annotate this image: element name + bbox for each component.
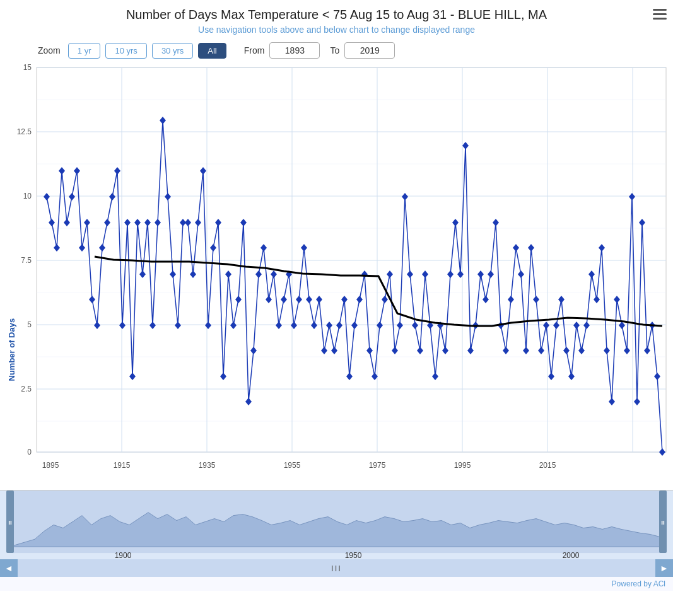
footer-text: Powered by ACl xyxy=(612,579,665,588)
chart-subtitle: Use navigation tools above and below cha… xyxy=(25,25,648,35)
scroll-left-arrow[interactable]: ◄ xyxy=(0,559,18,577)
zoom-30yrs-button[interactable]: 30 yrs xyxy=(152,43,193,59)
svg-text:1935: 1935 xyxy=(199,461,216,470)
zoom-label: Zoom xyxy=(38,45,61,55)
chart-container: Number of Days xyxy=(0,61,673,490)
zoom-1yr-button[interactable]: 1 yr xyxy=(68,43,101,59)
scroll-track[interactable]: III xyxy=(18,559,655,577)
menu-icon[interactable] xyxy=(653,9,667,20)
navigator-svg: II II 1900 1950 2000 xyxy=(0,491,673,559)
svg-text:15: 15 xyxy=(23,63,32,72)
svg-text:1995: 1995 xyxy=(454,461,471,470)
svg-text:II: II xyxy=(8,520,12,526)
svg-text:7.5: 7.5 xyxy=(21,256,32,265)
main-chart-svg: 15 12.5 10 7.5 5 2.5 0 1895 1915 1935 19… xyxy=(0,61,673,490)
scroll-thumb-label: III xyxy=(331,564,342,573)
svg-text:2015: 2015 xyxy=(539,461,556,470)
from-input[interactable] xyxy=(269,42,320,59)
svg-text:1955: 1955 xyxy=(284,461,301,470)
svg-text:II: II xyxy=(661,520,665,526)
svg-text:1975: 1975 xyxy=(369,461,386,470)
chart-title: Number of Days Max Temperature < 75 Aug … xyxy=(25,8,648,22)
svg-text:2000: 2000 xyxy=(563,551,580,559)
to-label: To xyxy=(330,45,339,55)
scrollbar-container[interactable]: ◄ III ► xyxy=(0,559,673,577)
svg-text:12.5: 12.5 xyxy=(17,127,32,136)
scroll-right-arrow[interactable]: ► xyxy=(655,559,673,577)
footer: Powered by ACl xyxy=(0,577,673,591)
svg-text:1895: 1895 xyxy=(42,461,59,470)
zoom-all-button[interactable]: All xyxy=(198,43,226,59)
chart-title-area: Number of Days Max Temperature < 75 Aug … xyxy=(0,0,673,37)
svg-text:1900: 1900 xyxy=(115,551,132,559)
svg-text:10: 10 xyxy=(23,192,32,200)
svg-text:0: 0 xyxy=(27,448,32,456)
toolbar: Zoom 1 yr 10 yrs 30 yrs All From To xyxy=(0,37,673,61)
navigator-container[interactable]: II II 1900 1950 2000 xyxy=(0,490,673,559)
to-input[interactable] xyxy=(344,42,395,59)
svg-text:1915: 1915 xyxy=(114,461,131,470)
svg-text:2.5: 2.5 xyxy=(21,385,32,393)
svg-text:5: 5 xyxy=(27,320,32,329)
svg-text:1950: 1950 xyxy=(345,551,362,559)
from-label: From xyxy=(244,45,265,55)
page-container: Number of Days Max Temperature < 75 Aug … xyxy=(0,0,673,591)
zoom-10yrs-button[interactable]: 10 yrs xyxy=(105,43,146,59)
